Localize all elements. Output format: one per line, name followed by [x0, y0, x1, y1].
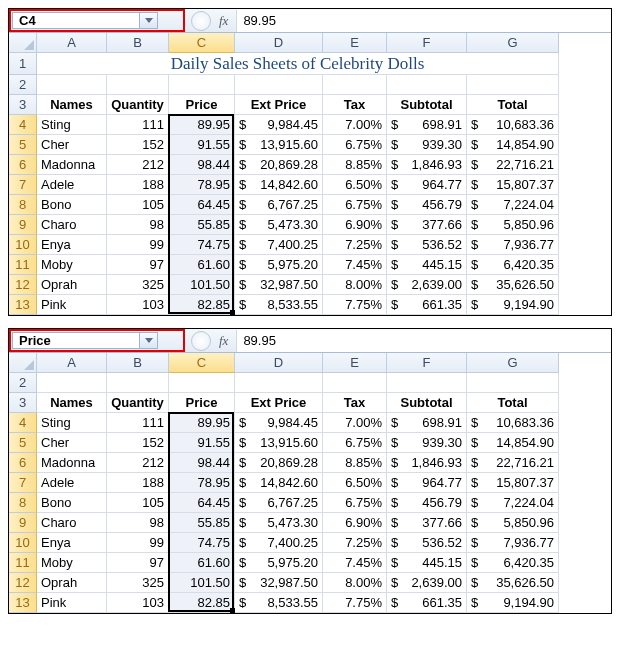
cell[interactable]: $964.77	[387, 473, 467, 493]
cell[interactable]: Enya	[37, 533, 107, 553]
cell[interactable]	[235, 75, 323, 95]
cell[interactable]: 6.75%	[323, 433, 387, 453]
cell[interactable]: 64.45	[169, 195, 235, 215]
cell[interactable]: Oprah	[37, 573, 107, 593]
cell[interactable]: $14,854.90	[467, 433, 559, 453]
cell[interactable]: 82.85	[169, 295, 235, 315]
cell[interactable]: 99	[107, 533, 169, 553]
name-box-dropdown[interactable]	[140, 332, 158, 349]
cell[interactable]: Bono	[37, 195, 107, 215]
cell[interactable]	[387, 75, 467, 95]
cell[interactable]: 82.85	[169, 593, 235, 613]
cell[interactable]: $20,869.28	[235, 453, 323, 473]
cell[interactable]	[235, 373, 323, 393]
cell[interactable]: $13,915.60	[235, 135, 323, 155]
row-header[interactable]: 6	[9, 155, 37, 175]
cell[interactable]: $2,639.00	[387, 275, 467, 295]
col-header[interactable]: A	[37, 353, 107, 373]
row-header[interactable]: 4	[9, 115, 37, 135]
cell[interactable]: $456.79	[387, 195, 467, 215]
cell[interactable]: $964.77	[387, 175, 467, 195]
cell[interactable]: Adele	[37, 175, 107, 195]
cell[interactable]: 7.00%	[323, 413, 387, 433]
cell[interactable]: $536.52	[387, 235, 467, 255]
name-box[interactable]: C4	[12, 12, 140, 29]
cell[interactable]: $15,807.37	[467, 175, 559, 195]
cell[interactable]	[387, 373, 467, 393]
cell[interactable]: 212	[107, 155, 169, 175]
cell[interactable]: 7.45%	[323, 553, 387, 573]
cell[interactable]: $6,767.25	[235, 493, 323, 513]
cell[interactable]: $377.66	[387, 513, 467, 533]
cell[interactable]: $939.30	[387, 433, 467, 453]
column-label[interactable]: Ext Price	[235, 393, 323, 413]
row-header[interactable]: 13	[9, 295, 37, 315]
cell[interactable]: 111	[107, 413, 169, 433]
cell[interactable]: $5,473.30	[235, 513, 323, 533]
cell[interactable]: 98	[107, 513, 169, 533]
cell[interactable]: 8.85%	[323, 155, 387, 175]
col-header[interactable]: E	[323, 353, 387, 373]
row-header[interactable]: 8	[9, 195, 37, 215]
row-header[interactable]: 11	[9, 255, 37, 275]
cell[interactable]: $9,194.90	[467, 295, 559, 315]
cell[interactable]: 99	[107, 235, 169, 255]
cell[interactable]: 6.75%	[323, 135, 387, 155]
cell[interactable]: $35,626.50	[467, 573, 559, 593]
cell[interactable]	[169, 75, 235, 95]
select-all-corner[interactable]	[9, 33, 37, 53]
row-header[interactable]: 6	[9, 453, 37, 473]
cell[interactable]: 103	[107, 295, 169, 315]
cell[interactable]: $1,846.93	[387, 453, 467, 473]
cell[interactable]: $10,683.36	[467, 413, 559, 433]
cell[interactable]: 103	[107, 593, 169, 613]
cell[interactable]: 55.85	[169, 215, 235, 235]
cell[interactable]: $13,915.60	[235, 433, 323, 453]
title-cell[interactable]: Daily Sales Sheets of Celebrity Dolls	[37, 53, 559, 75]
column-label[interactable]: Names	[37, 95, 107, 115]
cell[interactable]: Enya	[37, 235, 107, 255]
row-header[interactable]: 3	[9, 393, 37, 413]
col-header[interactable]: D	[235, 33, 323, 53]
cell[interactable]: 89.95	[169, 115, 235, 135]
cell[interactable]: 152	[107, 433, 169, 453]
row-header[interactable]: 4	[9, 413, 37, 433]
cell[interactable]: $32,987.50	[235, 573, 323, 593]
cell[interactable]: 97	[107, 553, 169, 573]
row-header[interactable]: 1	[9, 53, 37, 75]
cell[interactable]: 6.90%	[323, 215, 387, 235]
cell[interactable]	[107, 75, 169, 95]
cell[interactable]	[107, 373, 169, 393]
cell[interactable]: 6.50%	[323, 473, 387, 493]
cell[interactable]: 188	[107, 473, 169, 493]
row-header[interactable]: 3	[9, 95, 37, 115]
column-label[interactable]: Price	[169, 393, 235, 413]
row-header[interactable]: 9	[9, 215, 37, 235]
cell[interactable]: 8.85%	[323, 453, 387, 473]
row-header[interactable]: 7	[9, 473, 37, 493]
cell[interactable]: $35,626.50	[467, 275, 559, 295]
cell[interactable]: 7.25%	[323, 235, 387, 255]
fx-icon[interactable]: fx	[215, 333, 236, 349]
cell[interactable]: $445.15	[387, 255, 467, 275]
column-label[interactable]: Subtotal	[387, 95, 467, 115]
col-header[interactable]: G	[467, 353, 559, 373]
cell[interactable]: $8,533.55	[235, 593, 323, 613]
cell[interactable]: $7,936.77	[467, 235, 559, 255]
cell[interactable]: 6.75%	[323, 493, 387, 513]
cell[interactable]: $456.79	[387, 493, 467, 513]
cell[interactable]: Madonna	[37, 453, 107, 473]
cell[interactable]: 212	[107, 453, 169, 473]
cell[interactable]: 97	[107, 255, 169, 275]
fx-icon[interactable]: fx	[215, 13, 236, 29]
row-header[interactable]: 12	[9, 573, 37, 593]
cell[interactable]: $5,850.96	[467, 215, 559, 235]
cell[interactable]: $7,400.25	[235, 533, 323, 553]
cell[interactable]: $22,716.21	[467, 155, 559, 175]
cell[interactable]: Charo	[37, 513, 107, 533]
col-header[interactable]: C	[169, 33, 235, 53]
cell[interactable]: $5,850.96	[467, 513, 559, 533]
cell[interactable]: $22,716.21	[467, 453, 559, 473]
col-header[interactable]: B	[107, 33, 169, 53]
cell[interactable]	[323, 373, 387, 393]
